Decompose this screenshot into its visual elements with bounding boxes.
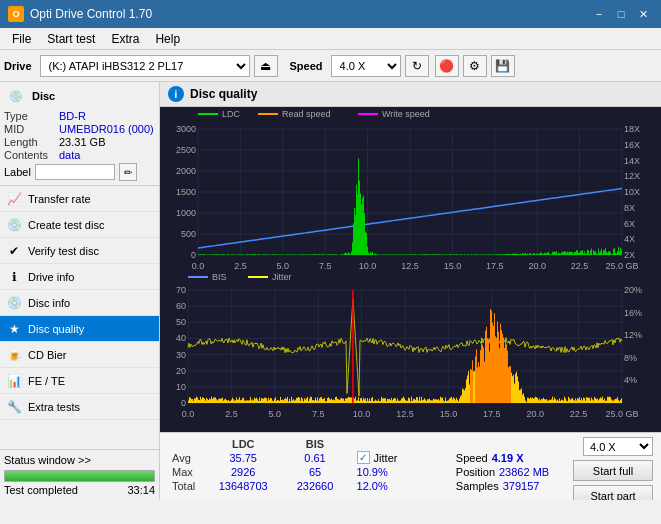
sidebar-item-create-test-disc[interactable]: 💿 Create test disc (0, 212, 159, 238)
progress-bar-fill (5, 471, 154, 481)
row-avg-label: Avg (168, 451, 203, 465)
drive-label: Drive (4, 60, 32, 72)
menu-file[interactable]: File (4, 30, 39, 48)
row-total-ldc: 13648703 (203, 479, 283, 493)
sidebar-item-verify-test-disc[interactable]: ✔ Verify test disc (0, 238, 159, 264)
start-part-button[interactable]: Start part (573, 485, 653, 500)
start-full-button[interactable]: Start full (573, 460, 653, 481)
stats-table-section: LDC BIS Avg 35.75 0.61 Max 2926 (168, 437, 347, 500)
row-total-label: Total (168, 479, 203, 493)
sidebar-item-cd-bier[interactable]: 🍺 CD Bier (0, 342, 159, 368)
top-chart (160, 107, 661, 270)
sidebar-item-label: CD Bier (28, 349, 67, 361)
status-window-button[interactable]: Status window >> (4, 454, 155, 466)
speed-select[interactable]: 4.0 X MAX 8.0 X (331, 55, 401, 77)
jitter-section: ✓ Jitter 10.9% 12.0% (357, 437, 446, 500)
samples-value: 379157 (503, 480, 540, 492)
speed-value: 4.19 X (492, 452, 524, 464)
maximize-button[interactable]: □ (611, 5, 631, 23)
sidebar-item-label: Disc info (28, 297, 70, 309)
position-value: 23862 MB (499, 466, 549, 478)
menu-start-test[interactable]: Start test (39, 30, 103, 48)
app-title: Opti Drive Control 1.70 (30, 7, 152, 21)
sidebar-item-disc-quality[interactable]: ★ Disc quality (0, 316, 159, 342)
speed-row: Speed 4.19 X (456, 452, 563, 464)
cd-bier-icon: 🍺 (6, 347, 22, 363)
main-layout: 💿 Disc Type BD-R MID UMEBDR016 (000) Len… (0, 82, 661, 500)
sidebar-item-label: Create test disc (28, 219, 104, 231)
drive-info-icon: ℹ (6, 269, 22, 285)
disc-type-row: Type BD-R (4, 110, 155, 122)
drive-select[interactable]: (K:) ATAPI iHBS312 2 PL17 (40, 55, 250, 77)
status-time: 33:14 (127, 484, 155, 496)
disc-contents-label: Contents (4, 149, 59, 161)
minimize-button[interactable]: − (589, 5, 609, 23)
refresh-button[interactable]: ↻ (405, 55, 429, 77)
sidebar-item-label: Drive info (28, 271, 74, 283)
speed-label: Speed (290, 60, 323, 72)
charts-area (160, 107, 661, 432)
bis-chart-canvas (160, 270, 650, 425)
stats-table: LDC BIS Avg 35.75 0.61 Max 2926 (168, 437, 347, 493)
stats-bar: LDC BIS Avg 35.75 0.61 Max 2926 (160, 432, 661, 500)
bottom-speed-select[interactable]: 4.0 X MAX (583, 437, 653, 456)
sidebar-item-transfer-rate[interactable]: 📈 Transfer rate (0, 186, 159, 212)
row-max-ldc: 2926 (203, 465, 283, 479)
ldc-chart-canvas (160, 107, 650, 270)
disc-label-input[interactable] (35, 164, 115, 180)
jitter-avg-row: 10.9% (357, 466, 446, 478)
status-text-row: Test completed 33:14 (4, 484, 155, 496)
table-row: Avg 35.75 0.61 (168, 451, 347, 465)
titlebar-left: O Opti Drive Control 1.70 (8, 6, 152, 22)
disc-mid-row: MID UMEBDR016 (000) (4, 123, 155, 135)
sidebar-item-fe-te[interactable]: 📊 FE / TE (0, 368, 159, 394)
disc-quality-header: i Disc quality (160, 82, 661, 107)
jitter-label: Jitter (374, 452, 398, 464)
save-button[interactable]: 💾 (491, 55, 515, 77)
sidebar-item-label: Disc quality (28, 323, 84, 335)
transfer-rate-icon: 📈 (6, 191, 22, 207)
action-buttons-section: 4.0 X MAX Start full Start part (573, 437, 653, 500)
row-avg-bis: 0.61 (283, 451, 346, 465)
sidebar-item-drive-info[interactable]: ℹ Drive info (0, 264, 159, 290)
menu-extra[interactable]: Extra (103, 30, 147, 48)
disc-label-edit-button[interactable]: ✏ (119, 163, 137, 181)
sidebar-item-label: Extra tests (28, 401, 80, 413)
disc-icon: 💿 (4, 86, 28, 106)
status-section: Status window >> Test completed 33:14 (0, 449, 159, 500)
burn-button[interactable]: 🔴 (435, 55, 459, 77)
menu-help[interactable]: Help (147, 30, 188, 48)
disc-panel-title: Disc (32, 90, 55, 102)
col-ldc: LDC (203, 437, 283, 451)
col-bis: BIS (283, 437, 346, 451)
jitter-max-value: 12.0% (357, 480, 388, 492)
nav-items: 📈 Transfer rate 💿 Create test disc ✔ Ver… (0, 186, 159, 449)
eject-button[interactable]: ⏏ (254, 55, 278, 77)
sidebar-item-label: Transfer rate (28, 193, 91, 205)
titlebar: O Opti Drive Control 1.70 − □ ✕ (0, 0, 661, 28)
close-button[interactable]: ✕ (633, 5, 653, 23)
progress-bar (4, 470, 155, 482)
disc-length-label: Length (4, 136, 59, 148)
disc-quality-icon: ★ (6, 321, 22, 337)
sidebar-item-label: Verify test disc (28, 245, 99, 257)
row-avg-ldc: 35.75 (203, 451, 283, 465)
drive-toolbar: Drive (K:) ATAPI iHBS312 2 PL17 ⏏ Speed … (0, 50, 661, 82)
sidebar-item-disc-info[interactable]: 💿 Disc info (0, 290, 159, 316)
titlebar-controls: − □ ✕ (589, 5, 653, 23)
verify-test-disc-icon: ✔ (6, 243, 22, 259)
row-total-bis: 232660 (283, 479, 346, 493)
samples-label: Samples (456, 480, 499, 492)
position-row: Position 23862 MB (456, 466, 563, 478)
bottom-chart (160, 270, 661, 433)
sidebar-item-extra-tests[interactable]: 🔧 Extra tests (0, 394, 159, 420)
app-icon: O (8, 6, 24, 22)
disc-panel: 💿 Disc Type BD-R MID UMEBDR016 (000) Len… (0, 82, 159, 186)
disc-mid-label: MID (4, 123, 59, 135)
row-max-bis: 65 (283, 465, 346, 479)
settings-button[interactable]: ⚙ (463, 55, 487, 77)
disc-quality-header-icon: i (168, 86, 184, 102)
row-max-label: Max (168, 465, 203, 479)
disc-label-label: Label (4, 166, 31, 178)
jitter-checkbox[interactable]: ✓ (357, 451, 370, 464)
